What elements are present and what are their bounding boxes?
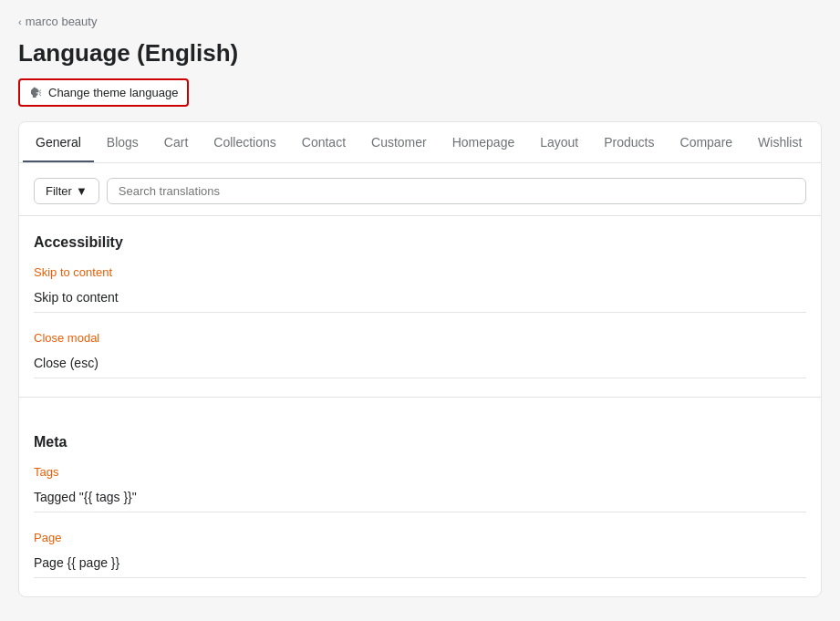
field-page: Page xyxy=(34,531,806,578)
tab-compare[interactable]: Compare xyxy=(668,122,746,163)
filter-label: Filter xyxy=(46,184,72,198)
field-tags-label: Tags xyxy=(34,465,806,479)
section-meta-title: Meta xyxy=(34,434,806,450)
field-close-modal-label: Close modal xyxy=(34,331,806,345)
change-theme-button[interactable]: 🗣 Change theme language xyxy=(18,78,189,107)
tab-collections[interactable]: Collections xyxy=(201,122,288,163)
tab-homepage[interactable]: Homepage xyxy=(440,122,528,163)
field-tags: Tags xyxy=(34,465,806,512)
search-input[interactable] xyxy=(107,178,806,204)
field-page-label: Page xyxy=(34,531,806,544)
tab-general[interactable]: General xyxy=(23,122,94,163)
field-skip-to-content-label: Skip to content xyxy=(34,265,806,279)
tab-products[interactable]: Products xyxy=(591,122,667,163)
tab-contact[interactable]: Contact xyxy=(289,122,358,163)
tab-customer[interactable]: Customer xyxy=(358,122,440,163)
section-meta: Meta Tags Page xyxy=(19,416,821,578)
section-accessibility: Accessibility Skip to content Close moda… xyxy=(19,216,821,378)
breadcrumb-link[interactable]: marco beauty xyxy=(26,15,98,28)
tab-layout[interactable]: Layout xyxy=(527,122,591,163)
field-skip-to-content: Skip to content xyxy=(34,265,806,313)
section-divider xyxy=(19,397,821,398)
filter-button[interactable]: Filter ▼ xyxy=(34,178,99,204)
filter-search-row: Filter ▼ xyxy=(19,163,821,216)
tabs-bar: General Blogs Cart Collections Contact C… xyxy=(19,122,821,163)
tab-cart[interactable]: Cart xyxy=(151,122,201,163)
tab-blogs[interactable]: Blogs xyxy=(94,122,151,163)
main-card: General Blogs Cart Collections Contact C… xyxy=(18,121,822,597)
translate-icon: 🗣 xyxy=(29,85,43,100)
chevron-down-icon: ▼ xyxy=(76,184,88,198)
breadcrumb: ‹ marco beauty xyxy=(18,15,822,28)
page-wrapper: ‹ marco beauty Language (English) 🗣 Chan… xyxy=(0,0,840,621)
back-icon: ‹ xyxy=(18,16,22,27)
field-close-modal: Close modal xyxy=(34,331,806,378)
field-page-input[interactable] xyxy=(34,548,806,578)
tab-wishlist[interactable]: Wishlist xyxy=(745,122,814,163)
field-tags-input[interactable] xyxy=(34,482,806,512)
page-title: Language (English) xyxy=(18,39,822,67)
field-close-modal-input[interactable] xyxy=(34,348,806,378)
change-theme-label: Change theme language xyxy=(48,86,178,99)
tab-giftcards[interactable]: Gift cards xyxy=(814,122,821,163)
field-skip-to-content-input[interactable] xyxy=(34,283,806,313)
section-accessibility-title: Accessibility xyxy=(34,234,806,251)
